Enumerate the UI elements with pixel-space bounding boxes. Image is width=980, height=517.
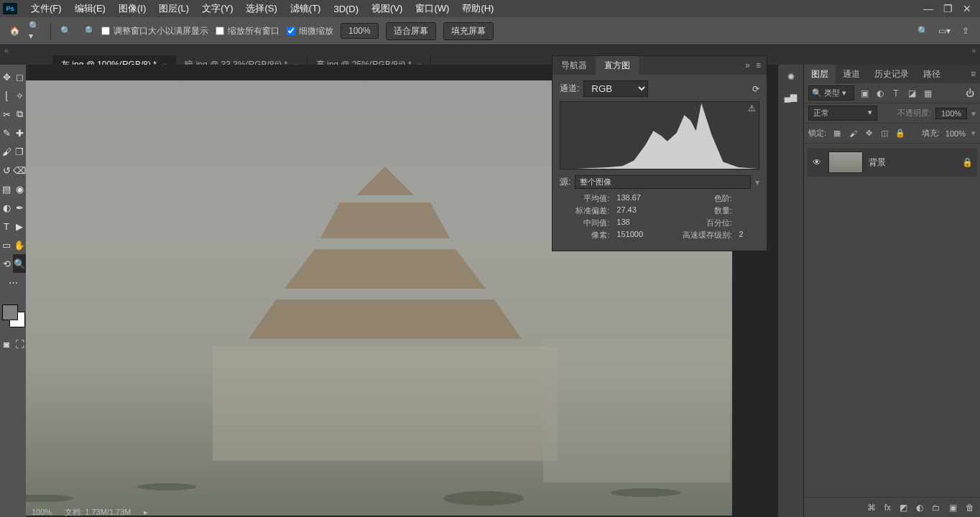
source-select[interactable]: 整个图像 <box>575 175 751 189</box>
scrubby-zoom-checkbox[interactable]: 细微缩放 <box>287 25 333 37</box>
menu-type[interactable]: 文字(Y) <box>195 2 239 15</box>
fill-input[interactable]: 100% <box>946 129 966 138</box>
expand-right-icon[interactable]: » <box>971 47 976 55</box>
zoom-in-icon[interactable]: 🔍 <box>58 24 73 38</box>
blend-mode-select[interactable]: 正常▾ <box>808 106 877 121</box>
new-layer-icon[interactable]: ▣ <box>949 503 957 513</box>
close-button[interactable]: ✕ <box>963 3 971 14</box>
menu-image[interactable]: 图像(I) <box>112 2 152 15</box>
zoom-out-icon[interactable]: 🔎 <box>80 24 94 38</box>
tab-history[interactable]: 历史记录 <box>867 65 916 83</box>
eyedropper-tool[interactable]: ✎ <box>0 124 13 142</box>
menu-edit[interactable]: 编辑(E) <box>68 2 112 15</box>
color-swatches[interactable] <box>1 303 25 327</box>
filter-shape-icon[interactable]: ◪ <box>906 88 917 99</box>
histogram-panel-icon[interactable]: ▄▆ <box>785 92 798 102</box>
screenmode-tool[interactable]: ⛶ <box>13 335 26 353</box>
layer-row[interactable]: 👁 背景 🔒 <box>807 148 977 177</box>
refresh-icon[interactable]: ⟳ <box>752 84 759 94</box>
lock-all-icon[interactable]: 🔒 <box>895 129 905 138</box>
menu-layer[interactable]: 图层(L) <box>152 2 195 15</box>
lock-transparent-icon[interactable]: ▦ <box>832 129 842 138</box>
filter-type-icon[interactable]: T <box>890 88 902 99</box>
pen-tool[interactable]: ✒ <box>13 198 26 217</box>
layer-filter-type[interactable]: 🔍 类型 ▾ <box>808 85 854 101</box>
menu-help[interactable]: 帮助(H) <box>456 2 500 15</box>
brush-tool[interactable]: 🖌 <box>0 142 13 161</box>
layer-name[interactable]: 背景 <box>869 157 956 169</box>
panel-menu-icon[interactable]: ≡ <box>966 69 980 79</box>
layer-mask-icon[interactable]: ◩ <box>900 503 907 513</box>
gradient-tool[interactable]: ▤ <box>0 180 13 198</box>
resize-window-checkbox[interactable]: 调整窗口大小以满屏显示 <box>101 25 208 37</box>
tab-paths[interactable]: 路径 <box>916 65 948 83</box>
zoom-display[interactable]: 100% <box>341 23 379 39</box>
lock-artboard-icon[interactable]: ◫ <box>879 129 889 138</box>
group-icon[interactable]: 🗀 <box>932 503 940 513</box>
marquee-tool[interactable]: ◻ <box>13 67 26 86</box>
eraser-tool[interactable]: ⌫ <box>13 161 26 180</box>
filter-adjust-icon[interactable]: ◐ <box>874 88 886 99</box>
histogram-chart[interactable]: ⚠ <box>560 101 759 169</box>
restore-button[interactable]: ❐ <box>943 3 953 14</box>
link-layers-icon[interactable]: ⌘ <box>867 503 876 513</box>
filter-smart-icon[interactable]: ▦ <box>922 88 933 99</box>
delete-layer-icon[interactable]: 🗑 <box>966 503 974 513</box>
color-panel-icon[interactable]: ✺ <box>787 72 795 82</box>
menu-file[interactable]: 文件(F) <box>24 2 68 15</box>
tab-histogram[interactable]: 直方图 <box>596 56 639 75</box>
layer-fx-icon[interactable]: fx <box>884 503 891 513</box>
search-icon[interactable]: 🔍 <box>915 24 930 38</box>
blur-tool[interactable]: ◉ <box>13 180 26 198</box>
expand-left-icon[interactable]: « <box>4 47 9 55</box>
type-tool[interactable]: T <box>0 217 13 236</box>
lock-paint-icon[interactable]: 🖌 <box>848 129 858 138</box>
status-docsize[interactable]: 文档: 1.73M/1.73M <box>65 507 131 518</box>
move-tool[interactable]: ✥ <box>0 67 13 86</box>
fill-screen-button[interactable]: 填充屏幕 <box>443 22 494 40</box>
filter-toggle[interactable]: ⏻ <box>964 88 976 99</box>
magic-wand-tool[interactable]: ✧ <box>13 86 26 105</box>
patch-tool[interactable]: ✚ <box>13 124 26 142</box>
zoom-tool[interactable]: 🔍 <box>13 254 26 273</box>
dodge-tool[interactable]: ◐ <box>0 198 13 217</box>
frame-tool[interactable]: ⧉ <box>13 105 26 124</box>
menu-window[interactable]: 窗口(W) <box>409 2 456 15</box>
share-icon[interactable]: ⇪ <box>958 24 973 38</box>
edit-toolbar[interactable]: ⋯ <box>0 273 26 292</box>
clone-tool[interactable]: ❐ <box>13 142 26 161</box>
tab-navigator[interactable]: 导航器 <box>553 56 596 75</box>
menu-view[interactable]: 视图(V) <box>365 2 409 15</box>
foreground-color-swatch[interactable] <box>2 304 18 320</box>
menu-3d[interactable]: 3D(D) <box>327 4 365 14</box>
fit-screen-button[interactable]: 适合屏幕 <box>386 22 436 40</box>
path-select-tool[interactable]: ▶ <box>13 217 26 236</box>
lasso-tool[interactable]: ɭ <box>0 86 13 105</box>
opacity-input[interactable]: 100% <box>935 108 967 119</box>
collapse-icon[interactable]: » <box>745 60 750 70</box>
tab-channels[interactable]: 通道 <box>836 65 867 83</box>
lock-position-icon[interactable]: ✥ <box>864 129 874 138</box>
channel-select[interactable]: RGB <box>583 80 648 97</box>
layer-thumbnail[interactable] <box>828 152 863 173</box>
status-zoom[interactable]: 100% <box>32 508 52 516</box>
tab-layers[interactable]: 图层 <box>804 65 836 83</box>
quickmask-tool[interactable]: ◙ <box>0 335 13 353</box>
rectangle-tool[interactable]: ▭ <box>0 236 13 254</box>
adjustment-layer-icon[interactable]: ◐ <box>916 503 923 513</box>
menu-select[interactable]: 选择(S) <box>239 2 283 15</box>
filter-pixel-icon[interactable]: ▣ <box>859 88 870 99</box>
crop-tool[interactable]: ✂ <box>0 105 13 124</box>
history-brush-tool[interactable]: ↺ <box>0 161 13 180</box>
zoom-tool-icon[interactable]: 🔍▾ <box>29 24 43 38</box>
visibility-icon[interactable]: 👁 <box>811 157 823 167</box>
menu-filter[interactable]: 滤镜(T) <box>284 2 328 15</box>
rotate-view-tool[interactable]: ⟲ <box>0 254 13 273</box>
zoom-all-checkbox[interactable]: 缩放所有窗口 <box>216 25 279 37</box>
panel-menu-icon[interactable]: ≡ <box>756 60 761 70</box>
cached-warning-icon[interactable]: ⚠ <box>748 103 756 113</box>
hand-tool[interactable]: ✋ <box>13 236 26 254</box>
workspace-switcher-icon[interactable]: ▭▾ <box>937 24 951 38</box>
minimize-button[interactable]: — <box>923 3 933 14</box>
home-icon[interactable]: 🏠 <box>7 24 22 38</box>
